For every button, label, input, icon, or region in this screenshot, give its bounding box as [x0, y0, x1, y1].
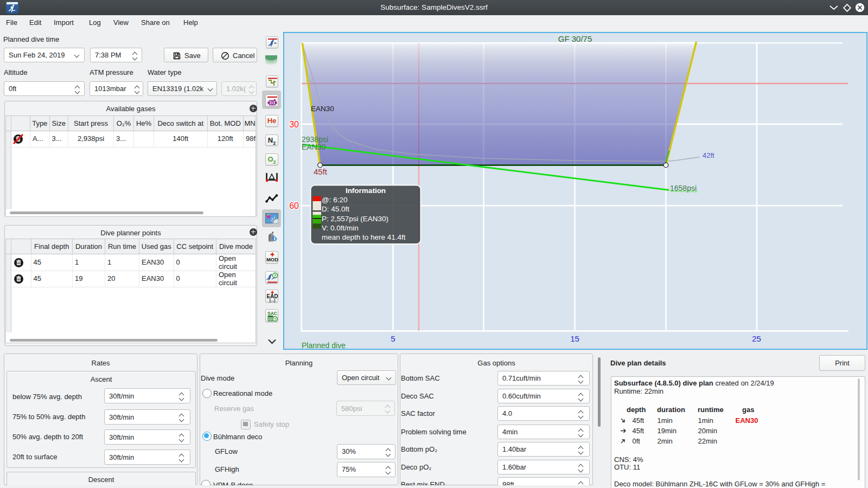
svg-text:30: 30 — [289, 120, 299, 129]
svg-text:42ft: 42ft — [703, 151, 714, 159]
svg-text:25: 25 — [752, 334, 761, 343]
svg-text:GF 30/75: GF 30/75 — [558, 34, 592, 43]
svg-text:@: 6:20: @: 6:20 — [322, 196, 347, 204]
svg-text:P: 2,557psi (EAN30): P: 2,557psi (EAN30) — [322, 215, 388, 223]
svg-text:V: 0.0ft/min: V: 0.0ft/min — [322, 224, 359, 232]
svg-text:EAN30: EAN30 — [302, 143, 326, 151]
svg-text:Information: Information — [346, 187, 386, 195]
svg-text:15: 15 — [570, 334, 579, 343]
svg-text:SAC: SAC — [267, 311, 277, 316]
svg-text:EAN30: EAN30 — [311, 105, 334, 113]
svg-text:45ft: 45ft — [314, 167, 328, 176]
svg-text:1658psi: 1658psi — [670, 184, 697, 192]
svg-text:MOD: MOD — [266, 256, 278, 262]
svg-text:5: 5 — [391, 334, 395, 343]
svg-text:60: 60 — [289, 201, 299, 210]
svg-text:(...): (...) — [269, 298, 276, 303]
svg-text:D: 45.0ft: D: 45.0ft — [322, 205, 349, 213]
svg-text:mean depth to here 41.4ft: mean depth to here 41.4ft — [322, 233, 406, 241]
svg-text:Planned dive: Planned dive — [302, 341, 346, 350]
